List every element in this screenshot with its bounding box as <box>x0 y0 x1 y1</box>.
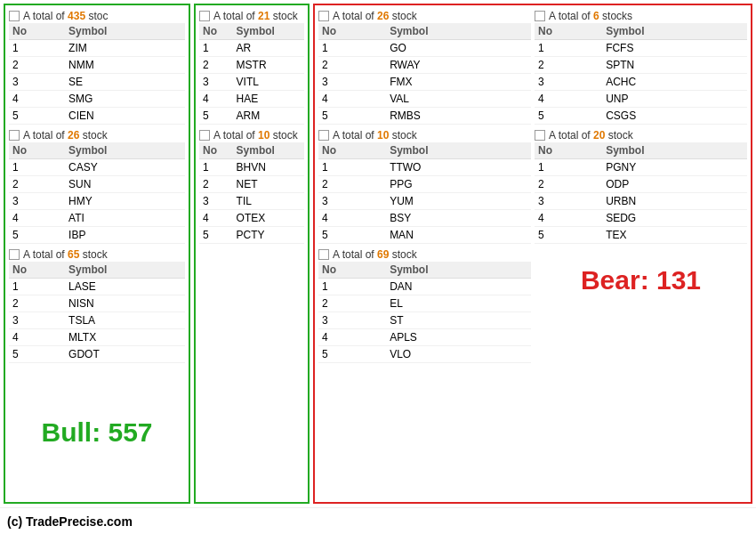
table-row: 5GDOT <box>9 346 185 363</box>
col-symbol: Symbol <box>386 142 531 159</box>
table-row: 1FCFS <box>535 40 747 57</box>
table-row: 3URBN <box>535 193 747 210</box>
checkbox-icon-2 <box>9 130 20 141</box>
footer-text: (c) TradePrecise.com <box>7 514 133 529</box>
col-no: No <box>9 142 65 159</box>
table-row: 5RMBS <box>318 108 531 125</box>
table-row: 3VITL <box>199 74 304 91</box>
col-no: No <box>535 23 602 40</box>
stock-table-26-bear: NoSymbol 1GO 2RWAY 3FMX 4VAL 5RMBS <box>318 23 531 125</box>
col-no: No <box>318 142 386 159</box>
table-row: 1AR <box>199 40 304 57</box>
col-no: No <box>199 142 233 159</box>
table-row: 4APLS <box>318 329 531 346</box>
stock-table-65: NoSymbol 1LASE 2NISN 3TSLA 4MLTX 5GDOT <box>9 262 185 363</box>
table-row: 1DAN <box>318 279 531 295</box>
table-row: 3HMY <box>9 193 185 210</box>
table-row: 2NMM <box>9 57 185 74</box>
table-row: 5CIEN <box>9 108 185 125</box>
table-row: 4BSY <box>318 210 531 227</box>
stock-table-10-col3: NoSymbol 1TTWO 2PPG 3YUM 4BSY 5MAN <box>318 142 531 244</box>
col-symbol: Symbol <box>233 23 304 40</box>
table-row: 3YUM <box>318 193 531 210</box>
table-row: 2NISN <box>9 295 185 312</box>
col-no: No <box>535 142 602 159</box>
checkbox-icon-10 <box>535 130 545 141</box>
section-header-26-bull: A total of 26 stock <box>9 128 185 142</box>
table-row: 1ZIM <box>9 40 185 57</box>
section-header-6: A total of 6 stocks <box>535 9 747 23</box>
col-symbol: Symbol <box>233 142 304 159</box>
col-no: No <box>318 262 386 279</box>
table-row: 2EL <box>318 295 531 312</box>
section-header-26-bear: A total of 26 stock <box>318 9 531 23</box>
col-no: No <box>318 23 386 40</box>
col-symbol: Symbol <box>602 23 747 40</box>
bear-top-row: A total of 26 stock NoSymbol 1GO 2RWAY 3… <box>318 9 747 244</box>
table-row: 5TEX <box>535 227 747 244</box>
section-header-10-col3: A total of 10 stock <box>318 128 531 142</box>
stock-table-435: NoSymbol 1ZIM 2NMM 3SE 4SMG 5CIEN <box>9 23 185 125</box>
table-row: 5MAN <box>318 227 531 244</box>
col-no: No <box>9 262 65 279</box>
stock-table-69: NoSymbol 1DAN 2EL 3ST 4APLS 5VLO <box>318 262 531 363</box>
table-row: 5IBP <box>9 227 185 244</box>
table-row: 2NET <box>199 176 304 193</box>
section-435: A total of 435 stoc NoSymbol 1ZIM 2NMM 3… <box>9 9 185 125</box>
stock-table-10-col2: NoSymbol 1BHVN 2NET 3TIL 4OTEX 5PCTY <box>199 142 304 244</box>
table-row: 4OTEX <box>199 210 304 227</box>
col-symbol: Symbol <box>65 262 185 279</box>
table-row: 4VAL <box>318 91 531 108</box>
section-20: A total of 20 stock NoSymbol 1PGNY 2ODP … <box>535 128 747 244</box>
bear-bottom-row: A total of 69 stock NoSymbol 1DAN 2EL 3S… <box>318 247 747 363</box>
table-row: 4MLTX <box>9 329 185 346</box>
bear-score-container: Bear: 131 <box>535 247 747 295</box>
col-symbol: Symbol <box>386 23 531 40</box>
section-10-col2: A total of 10 stock NoSymbol 1BHVN 2NET … <box>199 128 304 244</box>
section-header-69: A total of 69 stock <box>318 247 531 262</box>
col-no: No <box>9 23 65 40</box>
table-row: 5CSGS <box>535 108 747 125</box>
table-row: 5VLO <box>318 346 531 363</box>
bull-panel: A total of 435 stoc NoSymbol 1ZIM 2NMM 3… <box>4 4 190 504</box>
stock-table-6: NoSymbol 1FCFS 2SPTN 3ACHC 4UNP 5CSGS <box>535 23 747 125</box>
table-row: 4HAE <box>199 91 304 108</box>
section-header-435: A total of 435 stoc <box>9 9 185 23</box>
section-26-bull: A total of 26 stock NoSymbol 1CASY 2SUN … <box>9 128 185 244</box>
table-row: 1TTWO <box>318 159 531 176</box>
section-10-col3: A total of 10 stock NoSymbol 1TTWO 2PPG … <box>318 128 531 244</box>
section-69-container: A total of 69 stock NoSymbol 1DAN 2EL 3S… <box>318 247 531 363</box>
table-row: 5PCTY <box>199 227 304 244</box>
table-row: 1CASY <box>9 159 185 176</box>
col-symbol: Symbol <box>386 262 531 279</box>
table-row: 3TIL <box>199 193 304 210</box>
table-row: 3ACHC <box>535 74 747 91</box>
table-row: 3ST <box>318 312 531 329</box>
section-6: A total of 6 stocks NoSymbol 1FCFS 2SPTN… <box>535 9 747 125</box>
table-row: 2PPG <box>318 176 531 193</box>
table-row: 2SUN <box>9 176 185 193</box>
col2-panel: A total of 21 stock NoSymbol 1AR 2MSTR 3… <box>194 4 310 504</box>
footer: (c) TradePrecise.com <box>0 507 756 534</box>
col-symbol: Symbol <box>65 142 185 159</box>
bull-score: Bull: 557 <box>41 417 152 448</box>
section-header-20: A total of 20 stock <box>535 128 747 142</box>
table-row: 4ATI <box>9 210 185 227</box>
table-row: 1GO <box>318 40 531 57</box>
table-row: 2RWAY <box>318 57 531 74</box>
bear-score: Bear: 131 <box>581 265 701 295</box>
table-row: 2ODP <box>535 176 747 193</box>
bear-panel: A total of 26 stock NoSymbol 1GO 2RWAY 3… <box>313 4 752 504</box>
col-no: No <box>199 23 233 40</box>
checkbox-icon-7 <box>318 130 329 141</box>
checkbox-icon-3 <box>9 249 20 260</box>
section-65: A total of 65 stock NoSymbol 1LASE 2NISN… <box>9 247 185 363</box>
stock-table-21: NoSymbol 1AR 2MSTR 3VITL 4HAE 5ARM <box>199 23 304 125</box>
table-row: 1BHVN <box>199 159 304 176</box>
stock-table-20: NoSymbol 1PGNY 2ODP 3URBN 4SEDG 5TEX <box>535 142 747 244</box>
section-21: A total of 21 stock NoSymbol 1AR 2MSTR 3… <box>199 9 304 125</box>
col4-panel: A total of 6 stocks NoSymbol 1FCFS 2SPTN… <box>535 9 747 244</box>
stock-table-26-bull: NoSymbol 1CASY 2SUN 3HMY 4ATI 5IBP <box>9 142 185 244</box>
table-row: 2SPTN <box>535 57 747 74</box>
section-header-10-col2: A total of 10 stock <box>199 128 304 142</box>
